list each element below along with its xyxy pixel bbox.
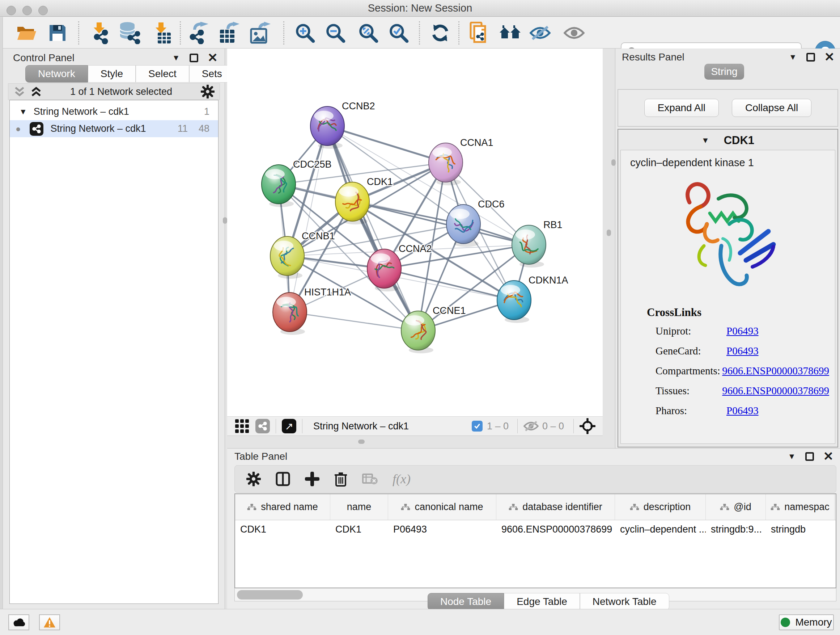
export-table-button[interactable] (218, 22, 240, 44)
zoom-fit-button[interactable] (357, 22, 379, 44)
divider-handle[interactable] (223, 217, 227, 224)
save-session-button[interactable] (46, 22, 69, 44)
network-node-ccnb1[interactable]: CCNB1 (270, 231, 335, 279)
network-node-ccna2[interactable]: CCNA2 (367, 243, 432, 291)
table-cell[interactable]: cyclin–dependent ... (615, 520, 706, 538)
hide-selected-button[interactable] (529, 22, 551, 44)
string-network-graph[interactable]: CCNB2CCNA1CDC25BCDK1CDC6RB1CCNB1CCNA2CDK… (227, 49, 603, 416)
table-cell[interactable]: stringdb (766, 520, 835, 538)
zoom-in-button[interactable] (294, 22, 316, 44)
tab-network-table[interactable]: Network Table (580, 593, 669, 610)
export-image-button[interactable] (249, 22, 271, 44)
column-header-database-identifier[interactable]: database identifier (496, 494, 615, 520)
clone-network-button[interactable] (467, 22, 490, 44)
crosslink-link[interactable]: 9606.ENSP00000378699 (722, 385, 829, 397)
expand-all-button[interactable]: Expand All (644, 99, 719, 117)
collapse-all-icon[interactable] (14, 86, 25, 97)
collection-expand-icon[interactable]: ▼ (19, 108, 27, 116)
close-panel-icon[interactable]: ✕ (824, 52, 835, 62)
zoom-selected-button[interactable] (387, 22, 410, 44)
minimize-window-icon[interactable] (22, 6, 32, 15)
table-cell[interactable]: CDK1 (235, 520, 330, 538)
panel-menu-icon[interactable]: ▼ (788, 453, 796, 461)
network-edge[interactable] (327, 126, 446, 163)
panel-menu-icon[interactable]: ▼ (789, 53, 797, 61)
scrollbar-thumb[interactable] (237, 590, 303, 600)
close-panel-icon[interactable]: ✕ (208, 53, 218, 63)
column-header--id[interactable]: @id (706, 494, 766, 520)
crosslink-link[interactable]: P06493 (726, 325, 759, 337)
network-edge[interactable] (327, 126, 418, 331)
open-session-button[interactable] (15, 22, 38, 44)
birds-eye-toggle-icon[interactable] (579, 418, 595, 434)
delete-column-icon[interactable] (334, 471, 347, 486)
panel-divider[interactable] (603, 49, 615, 448)
tab-select[interactable]: Select (136, 65, 189, 82)
crosslink-link[interactable]: 9606.ENSP00000378699 (722, 365, 829, 377)
network-node-cdc6[interactable]: CDC6 (447, 199, 505, 247)
float-panel-icon[interactable] (189, 54, 198, 62)
selected-checkbox-icon[interactable] (472, 421, 483, 432)
tab-network[interactable]: Network (25, 65, 88, 82)
import-table-button[interactable] (151, 22, 173, 44)
first-neighbors-button[interactable] (499, 22, 521, 44)
network-node-ccne1[interactable]: CCNE1 (401, 305, 466, 353)
table-options-gear-icon[interactable] (246, 472, 261, 486)
network-row[interactable]: ● String Network – cdk1 11 48 (10, 120, 218, 137)
network-node-ccnb2[interactable]: CCNB2 (310, 101, 375, 149)
detach-view-icon[interactable]: ↗ (282, 419, 296, 433)
collapse-all-button[interactable]: Collapse All (732, 99, 812, 117)
network-node-hist1h1a[interactable]: HIST1H1A (273, 287, 351, 335)
close-panel-icon[interactable]: ✕ (823, 451, 834, 461)
network-edge[interactable] (384, 269, 514, 300)
float-panel-icon[interactable] (805, 452, 814, 461)
table-row[interactable]: CDK1CDK1P064939606.ENSP00000378699cyclin… (235, 520, 836, 538)
network-overview-icon[interactable] (256, 419, 270, 433)
crosslink-link[interactable]: P06493 (726, 345, 759, 357)
import-network-file-button[interactable] (88, 22, 111, 44)
export-network-button[interactable] (187, 22, 210, 44)
network-view-canvas[interactable]: CCNB2CCNA1CDC25BCDK1CDC6RB1CCNB1CCNA2CDK… (227, 49, 603, 416)
panel-menu-icon[interactable]: ▼ (172, 54, 180, 62)
cloud-status-button[interactable] (8, 614, 29, 630)
memory-button[interactable]: Memory (779, 614, 834, 630)
delete-table-icon[interactable] (362, 473, 378, 485)
import-network-database-button[interactable] (118, 22, 141, 44)
divider-handle[interactable] (358, 440, 365, 444)
crosslink-link[interactable]: P06493 (726, 405, 759, 417)
function-builder-icon[interactable]: f(x) (393, 471, 411, 486)
float-panel-icon[interactable] (806, 53, 815, 62)
entry-collapse-icon[interactable]: ▼ (701, 136, 709, 144)
divider-handle[interactable] (611, 159, 616, 166)
node-table[interactable]: shared namenamecanonical namedatabase id… (234, 494, 836, 588)
gene-entry-header[interactable]: ▼ CDK1 (618, 134, 837, 147)
close-window-icon[interactable] (6, 6, 16, 15)
refresh-view-button[interactable] (429, 22, 452, 44)
column-header-name[interactable]: name (330, 494, 388, 520)
hidden-eye-slash-icon[interactable] (523, 420, 538, 432)
zoom-out-button[interactable] (324, 22, 347, 44)
show-columns-icon[interactable] (275, 471, 291, 486)
show-grid-icon[interactable] (235, 419, 249, 433)
network-node-cdc25b[interactable]: CDC25B (262, 159, 332, 207)
expand-all-icon[interactable] (31, 86, 42, 97)
show-all-button[interactable] (563, 22, 585, 44)
network-collection-row[interactable]: ▼ String Network – cdk1 1 (10, 103, 218, 120)
add-column-icon[interactable] (305, 472, 319, 486)
zoom-window-icon[interactable] (38, 6, 48, 15)
column-header-namespac[interactable]: namespac (766, 494, 835, 520)
tab-style[interactable]: Style (88, 65, 136, 82)
network-options-gear-icon[interactable] (201, 85, 215, 98)
table-cell[interactable]: 9606.ENSP00000378699 (496, 520, 615, 538)
table-cell[interactable]: P06493 (388, 520, 496, 538)
column-header-shared-name[interactable]: shared name (235, 494, 330, 520)
network-node-rb1[interactable]: RB1 (512, 219, 562, 268)
column-header-description[interactable]: description (615, 494, 706, 520)
network-edge[interactable] (290, 312, 418, 331)
tab-edge-table[interactable]: Edge Table (504, 593, 580, 610)
traffic-lights[interactable] (6, 6, 48, 15)
tab-string[interactable]: String (704, 64, 744, 80)
network-node-cdkn1a[interactable]: CDKN1A (497, 275, 568, 323)
column-header-canonical-name[interactable]: canonical name (388, 494, 496, 520)
table-cell[interactable]: CDK1 (330, 520, 388, 538)
